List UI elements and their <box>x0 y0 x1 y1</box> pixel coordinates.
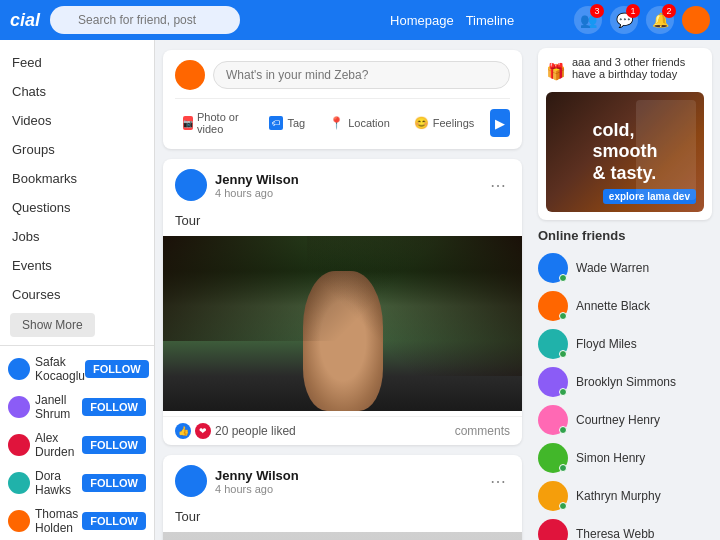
tag-icon: 🏷 <box>269 116 283 130</box>
likes-count-0: 20 people liked <box>215 424 296 438</box>
follow-item-1: Janell Shrum FOLLOW <box>0 388 154 426</box>
post-menu-btn-0[interactable]: ⋯ <box>486 176 510 195</box>
location-label: Location <box>348 117 390 129</box>
post-author-1: Jenny Wilson <box>215 468 299 483</box>
friend-avatar-wrap-4 <box>538 405 568 435</box>
location-btn[interactable]: 📍 Location <box>321 112 398 134</box>
alerts-badge: 2 <box>662 4 676 18</box>
header-nav: Homepage Timeline <box>390 13 514 28</box>
compose-box: 📷 Photo or video 🏷 Tag 📍 Location 😊 Feel… <box>163 50 522 149</box>
follow-item-3: Dora Hawks FOLLOW <box>0 464 154 502</box>
follow-button-4[interactable]: FOLLOW <box>82 512 146 530</box>
friend-avatar-wrap-2 <box>538 329 568 359</box>
feelings-icon: 😊 <box>414 116 429 130</box>
online-friend-7[interactable]: Theresa Webb <box>538 515 712 540</box>
ad-people-silhouette <box>636 100 696 200</box>
compose-top <box>175 60 510 90</box>
like-icon-blue-0: 👍 <box>175 423 191 439</box>
online-friend-4[interactable]: Courtney Henry <box>538 401 712 439</box>
feelings-btn[interactable]: 😊 Feelings <box>406 112 483 134</box>
friend-avatar-7 <box>538 519 568 540</box>
online-friend-5[interactable]: Simon Henry <box>538 439 712 477</box>
online-friend-0[interactable]: Wade Warren <box>538 249 712 287</box>
follow-button-2[interactable]: FOLLOW <box>82 436 146 454</box>
sidebar-item-feed[interactable]: Feed <box>0 48 154 77</box>
birthday-banner: 🎁 aaa and 3 other friends have a birthda… <box>538 48 712 220</box>
online-friends-title: Online friends <box>538 228 712 243</box>
online-friend-3[interactable]: Brooklyn Simmons <box>538 363 712 401</box>
compose-actions: 📷 Photo or video 🏷 Tag 📍 Location 😊 Feel… <box>175 98 510 139</box>
post-author-info-0: Jenny Wilson 4 hours ago <box>215 172 299 199</box>
post-likes-0: 👍 ❤ 20 people liked <box>175 423 296 439</box>
follow-button-3[interactable]: FOLLOW <box>82 474 146 492</box>
follow-item-4: Thomas Holden FOLLOW <box>0 502 154 540</box>
sidebar-item-courses[interactable]: Courses <box>0 280 154 309</box>
post-image-0 <box>163 236 522 416</box>
sidebar-item-bookmarks[interactable]: Bookmarks <box>0 164 154 193</box>
online-friend-2[interactable]: Floyd Miles <box>538 325 712 363</box>
post-header-1: Jenny Wilson 4 hours ago ⋯ <box>163 455 522 507</box>
alerts-notification-btn[interactable]: 🔔2 <box>646 6 674 34</box>
show-more-button[interactable]: Show More <box>10 313 95 337</box>
online-dot-5 <box>559 464 567 472</box>
online-dot-3 <box>559 388 567 396</box>
friend-avatar-wrap-0 <box>538 253 568 283</box>
online-dot-0 <box>559 274 567 282</box>
friends-badge: 3 <box>590 4 604 18</box>
follow-button-0[interactable]: FOLLOW <box>85 360 149 378</box>
friend-name-6: Kathryn Murphy <box>576 489 661 503</box>
follow-avatar-0 <box>8 358 30 380</box>
online-friend-1[interactable]: Annette Black <box>538 287 712 325</box>
right-panel: 🎁 aaa and 3 other friends have a birthda… <box>530 40 720 540</box>
nav-timeline[interactable]: Timeline <box>466 13 515 28</box>
follow-avatar-3 <box>8 472 30 494</box>
post-menu-btn-1[interactable]: ⋯ <box>486 472 510 491</box>
birthday-header: 🎁 aaa and 3 other friends have a birthda… <box>546 56 704 86</box>
post-card-1: Jenny Wilson 4 hours ago ⋯ Tour <box>163 455 522 540</box>
online-dot-6 <box>559 502 567 510</box>
online-friend-6[interactable]: Kathryn Murphy <box>538 477 712 515</box>
sidebar-item-questions[interactable]: Questions <box>0 193 154 222</box>
sidebar-item-groups[interactable]: Groups <box>0 135 154 164</box>
follow-name-4: Thomas Holden <box>35 507 82 535</box>
user-avatar[interactable] <box>682 6 710 34</box>
messages-notification-btn[interactable]: 💬1 <box>610 6 638 34</box>
post-avatar-1 <box>175 465 207 497</box>
sidebar-item-chats[interactable]: Chats <box>0 77 154 106</box>
app-logo: cial <box>10 10 40 31</box>
post-card-0: Jenny Wilson 4 hours ago ⋯ Tour 👍 ❤ 2 <box>163 159 522 445</box>
follow-avatar-1 <box>8 396 30 418</box>
search-input[interactable] <box>50 6 240 34</box>
post-footer-0: 👍 ❤ 20 people liked comments <box>163 416 522 445</box>
online-dot-1 <box>559 312 567 320</box>
follow-item-2: Alex Durden FOLLOW <box>0 426 154 464</box>
woman-photo <box>163 236 522 411</box>
friend-name-1: Annette Black <box>576 299 650 313</box>
photo-video-btn[interactable]: 📷 Photo or video <box>175 107 253 139</box>
location-icon: 📍 <box>329 116 344 130</box>
sidebar-item-jobs[interactable]: Jobs <box>0 222 154 251</box>
post-text-0: Tour <box>163 211 522 236</box>
sidebar-divider <box>0 345 154 346</box>
post-comments-0[interactable]: comments <box>455 424 510 438</box>
sidebar-item-events[interactable]: Events <box>0 251 154 280</box>
main-feed: 📷 Photo or video 🏷 Tag 📍 Location 😊 Feel… <box>155 40 530 540</box>
post-time-1: 4 hours ago <box>215 483 299 495</box>
friend-name-0: Wade Warren <box>576 261 649 275</box>
tag-btn[interactable]: 🏷 Tag <box>261 112 313 134</box>
follow-name-0: Safak Kocaoglu <box>35 355 85 383</box>
friend-name-7: Theresa Webb <box>576 527 655 540</box>
header-icons: 👥3 💬1 🔔2 <box>574 6 710 34</box>
friend-name-4: Courtney Henry <box>576 413 660 427</box>
compose-avatar <box>175 60 205 90</box>
compose-input[interactable] <box>213 61 510 89</box>
post-author-info-1: Jenny Wilson 4 hours ago <box>215 468 299 495</box>
photo-icon: 📷 <box>183 116 193 130</box>
follow-button-1[interactable]: FOLLOW <box>82 398 146 416</box>
friend-name-5: Simon Henry <box>576 451 645 465</box>
compose-submit-button[interactable]: ▶ <box>490 109 510 137</box>
sidebar-item-videos[interactable]: Videos <box>0 106 154 135</box>
friends-notification-btn[interactable]: 👥3 <box>574 6 602 34</box>
post-header-0: Jenny Wilson 4 hours ago ⋯ <box>163 159 522 211</box>
nav-homepage[interactable]: Homepage <box>390 13 454 28</box>
